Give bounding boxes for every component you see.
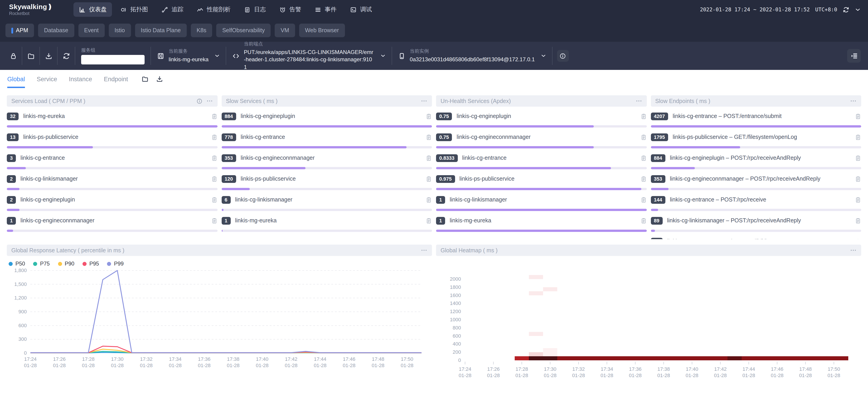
heatmap-cell[interactable]: [827, 356, 841, 360]
clipboard-icon[interactable]: [426, 155, 432, 161]
dashboard-tab-database[interactable]: Database: [38, 24, 74, 37]
heatmap-cell[interactable]: [770, 356, 784, 360]
item-name[interactable]: linkis-mg-eureka: [235, 217, 423, 224]
clipboard-icon[interactable]: [855, 238, 861, 239]
heatmap-cell[interactable]: [571, 356, 586, 360]
nav-item-debug[interactable]: 调试: [345, 2, 377, 17]
item-name[interactable]: linkis-cg-engineplugin: [21, 196, 208, 203]
endpoint-chevron-down-icon[interactable]: [380, 53, 386, 59]
heatmap-cell[interactable]: [713, 356, 728, 360]
legend-item-p75[interactable]: P75: [33, 260, 50, 267]
ellipsis-icon[interactable]: [421, 247, 427, 254]
item-name[interactable]: linkis-cg-engineconnmanager: [457, 134, 638, 140]
clipboard-icon[interactable]: [211, 134, 217, 140]
clipboard-icon[interactable]: [855, 196, 861, 203]
clipboard-icon[interactable]: [640, 217, 647, 224]
service-chevron-down-icon[interactable]: [214, 53, 220, 59]
item-name[interactable]: linkis-cg-engineplugin – POST:/rpc/recei…: [670, 155, 852, 161]
heatmap-cell[interactable]: [529, 352, 543, 356]
clipboard-icon[interactable]: [426, 217, 432, 224]
heatmap-cell[interactable]: [529, 356, 544, 360]
clipboard-icon[interactable]: [211, 196, 217, 203]
time-refresh-icon[interactable]: [843, 6, 849, 13]
instance-chevron-down-icon[interactable]: [541, 53, 546, 59]
item-name[interactable]: linkis-cg-linkismanager: [450, 196, 638, 203]
item-name[interactable]: linkis-ps-publicservice – GET:/filesyste…: [673, 134, 852, 140]
item-name[interactable]: linkis-cg-engineconnmanager: [21, 217, 208, 224]
item-name[interactable]: linkis-ps-publicservice: [459, 176, 638, 182]
item-name[interactable]: linkis-mg-eureka: [450, 217, 638, 224]
legend-item-p90[interactable]: P90: [58, 260, 74, 267]
heatmap-cell[interactable]: [529, 275, 543, 279]
dashboard-tab-event[interactable]: Event: [78, 24, 104, 37]
ellipsis-icon[interactable]: [206, 97, 213, 104]
clipboard-icon[interactable]: [855, 155, 861, 161]
heatmap-cell[interactable]: [600, 356, 614, 360]
clipboard-icon[interactable]: [855, 175, 861, 182]
item-name[interactable]: linkis-cg-entrance – GET:/entrance/{id}/…: [667, 238, 852, 239]
ellipsis-icon[interactable]: [850, 97, 857, 104]
tab-service[interactable]: Service: [37, 70, 57, 88]
clipboard-icon[interactable]: [640, 113, 647, 119]
dashboard-tab-k8s[interactable]: K8s: [191, 24, 212, 37]
tab-global[interactable]: Global: [7, 70, 25, 88]
item-name[interactable]: linkis-cg-entrance – POST:/entrance/subm…: [673, 113, 852, 119]
clipboard-icon[interactable]: [640, 196, 647, 203]
tab-endpoint[interactable]: Endpoint: [104, 70, 128, 88]
indent-collapse-icon[interactable]: [847, 49, 861, 63]
clipboard-icon[interactable]: [426, 134, 432, 140]
heatmap-cell[interactable]: [628, 356, 643, 360]
time-chevron-down-icon[interactable]: [855, 7, 861, 12]
info-icon[interactable]: [196, 98, 203, 104]
legend-item-p99[interactable]: P99: [107, 260, 124, 267]
item-name[interactable]: linkis-cg-linkismanager – POST:/rpc/rece…: [667, 217, 852, 224]
item-name[interactable]: linkis-cg-linkismanager: [235, 196, 423, 203]
item-name[interactable]: linkis-ps-publicservice: [241, 176, 423, 182]
dashboard-tab-selfobservability[interactable]: SelfObservability: [216, 24, 271, 37]
item-name[interactable]: linkis-ps-publicservice: [23, 134, 209, 140]
dashboard-tab-istio-data-plane[interactable]: Istio Data Plane: [135, 24, 187, 37]
heatmap-cell[interactable]: [515, 356, 529, 360]
heatmap-cell[interactable]: [799, 356, 813, 360]
nav-item-profile[interactable]: 性能剖析: [191, 2, 236, 17]
item-name[interactable]: linkis-cg-engineconnmanager: [241, 155, 423, 161]
nav-item-topology[interactable]: 拓扑图: [115, 2, 153, 17]
ellipsis-icon[interactable]: [421, 97, 427, 104]
item-name[interactable]: linkis-mg-eureka: [23, 113, 209, 119]
heatmap-cell[interactable]: [685, 356, 700, 360]
time-range-text[interactable]: 2022-01-28 17:24 ~ 2022-01-28 17:52: [700, 6, 810, 13]
nav-item-trace[interactable]: 追踪: [156, 2, 189, 17]
lock-icon[interactable]: [4, 47, 22, 65]
item-name[interactable]: linkis-cg-engineconnmanager – POST:/rpc/…: [670, 176, 852, 182]
clipboard-icon[interactable]: [640, 175, 647, 182]
item-name[interactable]: linkis-cg-entrance: [21, 155, 208, 161]
nav-item-log[interactable]: 日志: [239, 2, 271, 17]
download-dark-icon[interactable]: [156, 75, 163, 83]
clipboard-icon[interactable]: [640, 134, 647, 140]
current-service-selector[interactable]: 当前服务 linkis-mg-eureka: [151, 48, 226, 63]
dashboard-tab-istio[interactable]: Istio: [108, 24, 131, 37]
item-name[interactable]: linkis-cg-engineplugin: [241, 113, 423, 119]
current-endpoint-selector[interactable]: 当前端点 PUT:/eureka/apps/LINKIS-CG-LINKISMA…: [226, 41, 392, 71]
legend-item-p50[interactable]: P50: [9, 260, 25, 267]
clipboard-icon[interactable]: [855, 134, 861, 140]
dashboard-tab-vm[interactable]: VM: [275, 24, 295, 37]
item-name[interactable]: linkis-cg-entrance: [462, 155, 638, 161]
clipboard-icon[interactable]: [426, 196, 432, 203]
heatmap-cell[interactable]: [557, 356, 572, 360]
clipboard-icon[interactable]: [855, 113, 861, 119]
nav-item-alarm[interactable]: 告警: [274, 2, 307, 17]
folder-dark-icon[interactable]: [142, 75, 149, 83]
item-name[interactable]: linkis-cg-engineplugin: [457, 113, 638, 119]
ellipsis-icon[interactable]: [635, 97, 642, 104]
download-icon[interactable]: [40, 47, 57, 65]
heatmap-cell[interactable]: [742, 356, 756, 360]
service-group-input[interactable]: [81, 55, 145, 64]
item-name[interactable]: linkis-cg-linkismanager: [21, 176, 208, 182]
heatmap-cell[interactable]: [543, 348, 557, 356]
tab-instance[interactable]: Instance: [69, 70, 92, 88]
nav-item-dashboard[interactable]: 仪表盘: [74, 2, 112, 17]
nav-item-event[interactable]: 事件: [309, 2, 342, 17]
info-icon[interactable]: [557, 50, 569, 62]
legend-item-p95[interactable]: P95: [83, 260, 99, 267]
